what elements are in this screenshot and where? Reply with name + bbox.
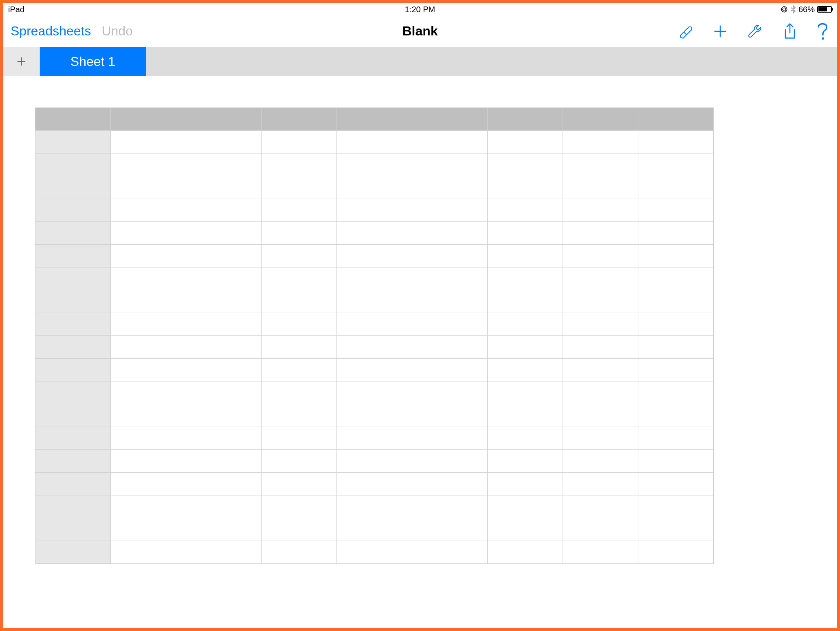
- cell[interactable]: [638, 176, 714, 199]
- cell[interactable]: [186, 381, 262, 404]
- cell[interactable]: [186, 518, 262, 541]
- cell[interactable]: [111, 336, 186, 359]
- cell[interactable]: [262, 336, 337, 359]
- column-header[interactable]: [111, 108, 186, 131]
- cell[interactable]: [488, 222, 563, 245]
- cell[interactable]: [412, 359, 488, 381]
- cell[interactable]: [111, 245, 186, 267]
- cell[interactable]: [563, 245, 638, 267]
- cell[interactable]: [412, 473, 488, 495]
- cell[interactable]: [111, 153, 186, 176]
- cell[interactable]: [186, 541, 262, 564]
- cell[interactable]: [563, 313, 638, 336]
- cell[interactable]: [111, 222, 186, 245]
- cell[interactable]: [262, 245, 337, 267]
- cell[interactable]: [262, 176, 337, 199]
- cell[interactable]: [262, 450, 337, 473]
- cell[interactable]: [563, 404, 638, 427]
- column-header[interactable]: [262, 108, 337, 131]
- cell[interactable]: [186, 427, 262, 450]
- cell[interactable]: [337, 473, 412, 495]
- cell[interactable]: [563, 131, 638, 153]
- cell[interactable]: [563, 450, 638, 473]
- cell[interactable]: [412, 336, 488, 359]
- cell[interactable]: [412, 450, 488, 473]
- cell[interactable]: [262, 359, 337, 381]
- row-header[interactable]: [35, 313, 111, 336]
- row-header[interactable]: [35, 473, 111, 495]
- cell[interactable]: [337, 290, 412, 313]
- cell[interactable]: [337, 153, 412, 176]
- cell[interactable]: [186, 495, 262, 518]
- row-header[interactable]: [35, 495, 111, 518]
- cell[interactable]: [186, 222, 262, 245]
- cell[interactable]: [111, 313, 186, 336]
- cell[interactable]: [412, 404, 488, 427]
- cell[interactable]: [186, 176, 262, 199]
- cell[interactable]: [638, 359, 714, 381]
- spreadsheet-grid[interactable]: [35, 107, 714, 564]
- row-header[interactable]: [35, 131, 111, 153]
- cell[interactable]: [638, 245, 714, 267]
- cell[interactable]: [563, 336, 638, 359]
- cell[interactable]: [337, 336, 412, 359]
- cell[interactable]: [186, 450, 262, 473]
- cell[interactable]: [186, 336, 262, 359]
- cell[interactable]: [412, 290, 488, 313]
- cell[interactable]: [337, 495, 412, 518]
- row-header[interactable]: [35, 450, 111, 473]
- cell[interactable]: [488, 541, 563, 564]
- share-icon[interactable]: [782, 22, 798, 40]
- cell[interactable]: [638, 427, 714, 450]
- cell[interactable]: [262, 495, 337, 518]
- row-header[interactable]: [35, 290, 111, 313]
- cell[interactable]: [337, 199, 412, 222]
- cell[interactable]: [262, 222, 337, 245]
- cell[interactable]: [337, 359, 412, 381]
- cell[interactable]: [638, 267, 714, 290]
- cell[interactable]: [638, 199, 714, 222]
- row-header[interactable]: [35, 153, 111, 176]
- cell[interactable]: [563, 153, 638, 176]
- back-button[interactable]: Spreadsheets: [11, 24, 91, 39]
- cell[interactable]: [412, 427, 488, 450]
- cell[interactable]: [186, 473, 262, 495]
- row-header[interactable]: [35, 404, 111, 427]
- cell[interactable]: [337, 131, 412, 153]
- cell[interactable]: [111, 404, 186, 427]
- cell[interactable]: [262, 313, 337, 336]
- cell[interactable]: [262, 267, 337, 290]
- cell[interactable]: [111, 541, 186, 564]
- cell[interactable]: [412, 153, 488, 176]
- cell[interactable]: [111, 518, 186, 541]
- cell[interactable]: [638, 336, 714, 359]
- cell[interactable]: [186, 199, 262, 222]
- cell[interactable]: [488, 336, 563, 359]
- cell[interactable]: [111, 427, 186, 450]
- row-header[interactable]: [35, 518, 111, 541]
- cell[interactable]: [186, 404, 262, 427]
- row-header[interactable]: [35, 336, 111, 359]
- cell[interactable]: [412, 541, 488, 564]
- cell[interactable]: [488, 381, 563, 404]
- cell[interactable]: [412, 267, 488, 290]
- cell[interactable]: [111, 359, 186, 381]
- row-header[interactable]: [35, 541, 111, 564]
- cell[interactable]: [638, 153, 714, 176]
- cell[interactable]: [563, 381, 638, 404]
- cell[interactable]: [186, 153, 262, 176]
- cell[interactable]: [488, 404, 563, 427]
- cell[interactable]: [488, 427, 563, 450]
- cell[interactable]: [337, 176, 412, 199]
- format-brush-icon[interactable]: [677, 23, 693, 39]
- cell[interactable]: [262, 427, 337, 450]
- cell[interactable]: [488, 245, 563, 267]
- cell[interactable]: [563, 290, 638, 313]
- cell[interactable]: [638, 495, 714, 518]
- cell[interactable]: [563, 176, 638, 199]
- cell[interactable]: [412, 381, 488, 404]
- cell[interactable]: [638, 222, 714, 245]
- cell[interactable]: [638, 541, 714, 564]
- cell[interactable]: [186, 359, 262, 381]
- cell[interactable]: [186, 245, 262, 267]
